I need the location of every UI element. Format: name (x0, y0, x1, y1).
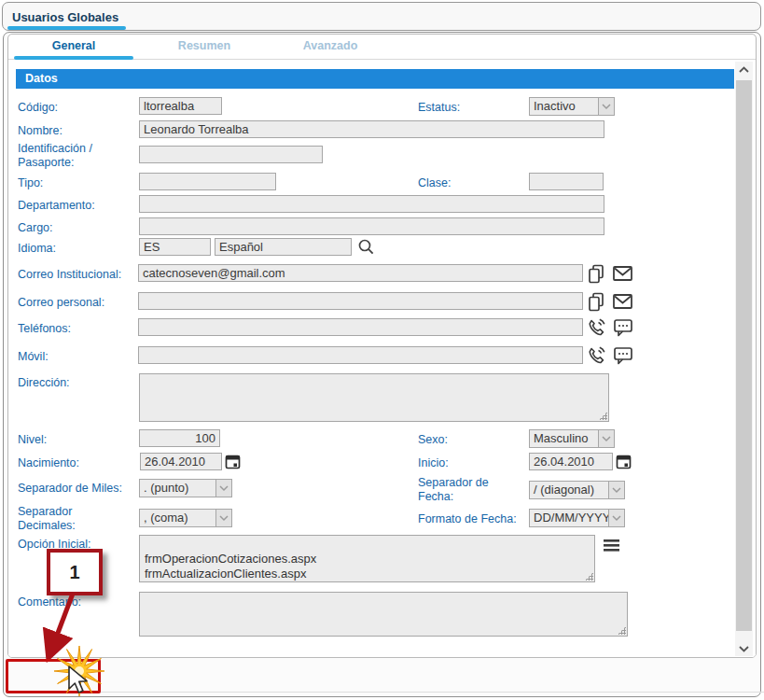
movil-input[interactable] (138, 346, 583, 364)
tab-resumen-label: Resumen (178, 39, 230, 52)
tab-bar: General Resumen Avanzado (8, 35, 756, 60)
resize-grip-icon[interactable] (599, 412, 607, 420)
nivel-label: Nivel: (18, 433, 47, 447)
separador-decimales-value: , (coma) (140, 510, 215, 526)
step-callout: 1 (47, 549, 103, 595)
comentario-label: Comentario: (18, 595, 81, 609)
codigo-label: Código: (18, 101, 58, 115)
mail-icon[interactable] (613, 294, 633, 310)
resize-grip-icon[interactable] (618, 626, 626, 635)
copy-icon[interactable] (588, 292, 604, 312)
vertical-scrollbar[interactable] (735, 62, 753, 656)
opcion-inicial-textarea[interactable]: frmOperacionCotizaciones.aspx frmActuali… (139, 535, 595, 582)
idioma-name-input[interactable] (215, 238, 352, 256)
formato-fecha-select[interactable]: DD/MM/YYYY (529, 509, 625, 527)
calendar-icon[interactable] (225, 454, 241, 470)
window-header: Usuarios Globales (2, 2, 761, 31)
separador-fecha-value: / (diagonal) (530, 482, 608, 498)
tab-avanzado-label: Avanzado (303, 39, 358, 52)
nacimiento-label: Nacimiento: (18, 456, 79, 470)
nombre-label: Nombre: (18, 124, 63, 138)
tipo-label: Tipo: (18, 176, 43, 190)
cargo-label: Cargo: (18, 221, 53, 235)
usuarios-globales-window: Usuarios Globales General Resumen Avanza… (0, 0, 764, 700)
inicio-input[interactable] (529, 453, 613, 470)
chevron-down-icon[interactable] (598, 430, 614, 447)
correo-institucional-input[interactable] (138, 264, 583, 282)
scroll-up-icon[interactable] (735, 62, 753, 77)
phone-icon[interactable] (587, 345, 606, 365)
cargo-input[interactable] (139, 217, 604, 235)
chevron-down-icon[interactable] (608, 482, 624, 498)
movil-label: Móvil: (18, 350, 49, 364)
opcion-inicial-value: frmOperacionCotizaciones.aspx frmActuali… (145, 552, 316, 582)
phone-icon[interactable] (587, 317, 606, 337)
menu-icon[interactable] (603, 539, 620, 553)
formato-fecha-value: DD/MM/YYYY (530, 510, 608, 526)
telefonos-input[interactable] (138, 318, 583, 336)
tab-avanzado[interactable]: Avanzado (274, 35, 386, 60)
scroll-down-icon[interactable] (735, 641, 753, 656)
estatus-select[interactable]: Inactivo (529, 97, 615, 116)
estatus-label: Estatus: (418, 101, 460, 115)
nombre-input[interactable] (139, 120, 604, 138)
idioma-code-input[interactable] (139, 238, 211, 256)
separador-decimales-label: Separador Decimales: (18, 505, 97, 533)
chevron-down-icon[interactable] (215, 480, 231, 497)
sexo-select[interactable]: Masculino (529, 429, 615, 448)
resize-grip-icon[interactable] (585, 572, 593, 581)
sms-icon[interactable] (614, 319, 633, 337)
mail-icon[interactable] (613, 266, 633, 282)
nivel-input[interactable] (139, 429, 220, 447)
correo-personal-input[interactable] (138, 292, 583, 310)
estatus-value: Inactivo (530, 98, 598, 115)
tipo-input[interactable] (139, 173, 276, 190)
inicio-label: Inicio: (418, 456, 449, 470)
sexo-label: Sexo: (418, 433, 448, 447)
chevron-down-icon[interactable] (608, 510, 624, 526)
bottom-toolbar: Agregar Editar Buscar (7, 692, 764, 700)
step-number: 1 (69, 562, 79, 583)
separador-fecha-select[interactable]: / (diagonal) (529, 481, 625, 499)
sexo-value: Masculino (530, 430, 598, 447)
formato-fecha-label: Formato de Fecha: (418, 512, 530, 526)
codigo-input[interactable] (139, 97, 222, 115)
separador-miles-value: . (punto) (140, 480, 215, 497)
correo-institucional-label: Correo Institucional: (18, 268, 121, 282)
separador-miles-select[interactable]: . (punto) (139, 479, 232, 497)
comentario-textarea[interactable] (139, 592, 628, 637)
direccion-label: Dirección: (18, 376, 70, 390)
telefonos-label: Teléfonos: (18, 322, 71, 336)
direccion-textarea[interactable] (139, 373, 609, 422)
tab-resumen[interactable]: Resumen (148, 35, 260, 60)
calendar-icon[interactable] (616, 454, 632, 470)
tab-general[interactable]: General (14, 35, 133, 60)
identificacion-input[interactable] (139, 146, 323, 163)
section-header-datos: Datos (16, 69, 734, 89)
sms-icon[interactable] (614, 347, 633, 365)
separador-fecha-label: Separador de Fecha: (418, 476, 507, 504)
clase-label: Clase: (418, 176, 451, 190)
clase-input[interactable] (529, 173, 604, 190)
scroll-thumb[interactable] (736, 80, 752, 631)
search-icon[interactable] (357, 238, 375, 256)
departamento-input[interactable] (139, 195, 604, 213)
nacimiento-input[interactable] (140, 453, 222, 470)
form-panel: General Resumen Avanzado Datos Código: E… (7, 34, 757, 658)
departamento-label: Departamento: (18, 199, 95, 213)
main-panel: General Resumen Avanzado Datos Código: E… (3, 32, 761, 697)
chevron-down-icon[interactable] (215, 510, 231, 526)
separador-decimales-select[interactable]: , (coma) (139, 509, 232, 527)
title-underline (7, 26, 126, 30)
chevron-down-icon[interactable] (598, 98, 614, 115)
tab-general-label: General (52, 39, 96, 52)
window-title: Usuarios Globales (12, 10, 118, 24)
idioma-label: Idioma: (18, 242, 56, 256)
identificacion-label: Identificación / Pasaporte: (18, 142, 132, 170)
copy-icon[interactable] (588, 264, 604, 284)
form-content: Datos Código: Estatus: Inactivo Nombre: … (8, 60, 756, 658)
separador-miles-label: Separador de Miles: (18, 482, 139, 496)
correo-personal-label: Correo personal: (18, 296, 104, 310)
